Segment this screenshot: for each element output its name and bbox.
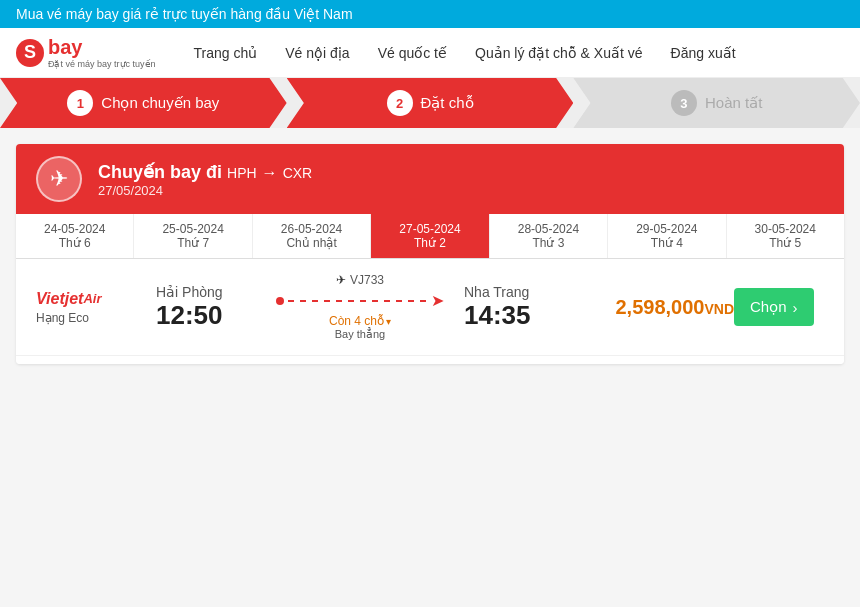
flight-to-code: CXR	[283, 165, 313, 181]
date-tab-4[interactable]: 28-05-2024 Thứ 3	[490, 214, 608, 258]
flights-container: Vietjet Air Hạng Eco Hải Phòng 12:50	[16, 259, 844, 364]
steps-bar: 1 Chọn chuyến bay 2 Đặt chỗ 3 Hoàn tất	[0, 78, 860, 128]
flight-number-text: VJ733	[350, 273, 384, 287]
vietjet-brand-text: Vietjet	[36, 290, 83, 308]
date-tab-5-day: Thứ 4	[612, 236, 721, 250]
date-tab-1[interactable]: 25-05-2024 Thứ 7	[134, 214, 252, 258]
depart-city: Hải Phòng	[156, 284, 266, 300]
flight-arrow: →	[262, 164, 278, 181]
plane-circle-icon: ✈	[36, 156, 82, 202]
flight-row: Vietjet Air Hạng Eco Hải Phòng 12:50	[16, 259, 844, 356]
vietjet-logo: Vietjet Air	[36, 290, 101, 308]
date-tab-2-date: 26-05-2024	[257, 222, 366, 236]
depart-col: Hải Phòng 12:50	[146, 284, 266, 331]
nav-links: Trang chủ Vé nội địa Vé quốc tế Quản lý …	[180, 37, 750, 69]
date-tab-5-date: 29-05-2024	[612, 222, 721, 236]
logo[interactable]: S bay Đặt vé máy bay trực tuyến	[16, 36, 156, 69]
vietjet-brand-row: Vietjet Air	[36, 290, 101, 308]
date-tab-6-day: Thứ 5	[731, 236, 840, 250]
seats-text: Còn 4 chỗ	[329, 314, 384, 328]
nav-quan-ly[interactable]: Quản lý đặt chỗ & Xuất vé	[461, 37, 657, 69]
step-2-label: Đặt chỗ	[421, 94, 474, 112]
price-col: 2,598,000VND	[574, 296, 734, 319]
logo-sub: Đặt vé máy bay trực tuyến	[48, 59, 156, 69]
flight-header-date: 27/05/2024	[98, 183, 312, 198]
date-tab-3-date: 27-05-2024	[375, 222, 484, 236]
route-line: ➤	[276, 291, 444, 310]
airline-class: Hạng Eco	[36, 311, 89, 325]
chevron-down-icon: ▾	[386, 316, 391, 327]
step-1[interactable]: 1 Chọn chuyến bay	[0, 78, 287, 128]
choose-label: Chọn	[750, 298, 787, 316]
arrive-col: Nha Trang 14:35	[454, 284, 574, 331]
bay-thang-text: Bay thẳng	[335, 328, 385, 341]
nav-dang-xuat[interactable]: Đăng xuất	[657, 37, 750, 69]
step-1-label: Chọn chuyến bay	[101, 94, 219, 112]
price-currency: VND	[704, 301, 734, 317]
route-arrow-icon: ➤	[431, 291, 444, 310]
date-tab-6[interactable]: 30-05-2024 Thứ 5	[727, 214, 844, 258]
airline-col: Vietjet Air Hạng Eco	[36, 290, 146, 325]
nav-ve-quoc-te[interactable]: Vé quốc tế	[364, 37, 461, 69]
logo-s-letter: S	[24, 42, 36, 63]
date-tab-0-date: 24-05-2024	[20, 222, 129, 236]
date-tab-2[interactable]: 26-05-2024 Chủ nhật	[253, 214, 371, 258]
date-tab-1-date: 25-05-2024	[138, 222, 247, 236]
content-box: ✈ Chuyến bay đi HPH → CXR 27/05/2024 24-…	[16, 144, 844, 364]
date-tab-5[interactable]: 29-05-2024 Thứ 4	[608, 214, 726, 258]
top-banner: Mua vé máy bay giá rẻ trực tuyến hàng đầ…	[0, 0, 860, 28]
navbar: S bay Đặt vé máy bay trực tuyến Trang ch…	[0, 28, 860, 78]
route-col: ✈ VJ733 ➤ Còn 4 chỗ ▾ Bay thẳng	[266, 273, 454, 341]
flight-from-code: HPH	[227, 165, 257, 181]
vietjet-air-text: Air	[83, 291, 101, 306]
main-content: ✈ Chuyến bay đi HPH → CXR 27/05/2024 24-…	[0, 128, 860, 380]
arrive-time: 14:35	[464, 300, 574, 331]
date-tabs: 24-05-2024 Thứ 6 25-05-2024 Thứ 7 26-05-…	[16, 214, 844, 259]
logo-word-row: bay	[48, 36, 156, 59]
choose-button[interactable]: Chọn ›	[734, 288, 814, 326]
step-3[interactable]: 3 Hoàn tất	[573, 78, 860, 128]
nav-trang-chu[interactable]: Trang chủ	[180, 37, 272, 69]
flight-header-title: Chuyến bay đi HPH → CXR	[98, 161, 312, 183]
step-2-circle: 2	[387, 90, 413, 116]
date-tab-1-day: Thứ 7	[138, 236, 247, 250]
flight-number-row: ✈ VJ733	[336, 273, 384, 287]
step-3-label: Hoàn tất	[705, 94, 762, 112]
date-tab-0[interactable]: 24-05-2024 Thứ 6	[16, 214, 134, 258]
date-tab-2-day: Chủ nhật	[257, 236, 366, 250]
step-3-circle: 3	[671, 90, 697, 116]
logo-text-area: bay Đặt vé máy bay trực tuyến	[48, 36, 156, 69]
date-tab-4-date: 28-05-2024	[494, 222, 603, 236]
depart-time: 12:50	[156, 300, 266, 331]
flight-price: 2,598,000VND	[615, 296, 734, 318]
route-dashes	[288, 300, 427, 302]
flight-header: ✈ Chuyến bay đi HPH → CXR 27/05/2024	[16, 144, 844, 214]
step-2[interactable]: 2 Đặt chỗ	[287, 78, 574, 128]
flight-header-info: Chuyến bay đi HPH → CXR 27/05/2024	[98, 161, 312, 198]
arrive-city: Nha Trang	[464, 284, 574, 300]
choose-col: Chọn ›	[734, 288, 824, 326]
nav-ve-noi-dia[interactable]: Vé nội địa	[271, 37, 363, 69]
date-tab-6-date: 30-05-2024	[731, 222, 840, 236]
plane-small-icon: ✈	[336, 273, 346, 287]
date-tab-0-day: Thứ 6	[20, 236, 129, 250]
logo-word: bay	[48, 36, 82, 59]
date-tab-3-day: Thứ 2	[375, 236, 484, 250]
seats-info[interactable]: Còn 4 chỗ ▾	[329, 314, 391, 328]
choose-arrow-icon: ›	[793, 299, 798, 316]
date-tab-4-day: Thứ 3	[494, 236, 603, 250]
step-1-circle: 1	[67, 90, 93, 116]
route-dot-start	[276, 297, 284, 305]
date-tab-3[interactable]: 27-05-2024 Thứ 2	[371, 214, 489, 258]
banner-text: Mua vé máy bay giá rẻ trực tuyến hàng đầ…	[16, 6, 353, 22]
logo-s-circle: S	[16, 39, 44, 67]
